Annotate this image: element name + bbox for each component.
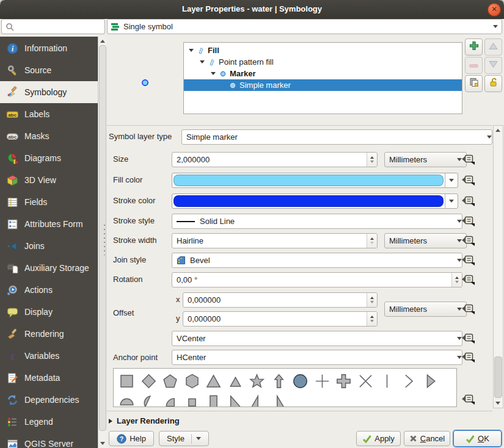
move-layer-down-button[interactable] bbox=[484, 57, 502, 74]
expander-down-icon[interactable] bbox=[189, 49, 194, 52]
join-style-combo[interactable]: Bevel bbox=[172, 253, 462, 268]
sidebar-item-actions[interactable]: Actions bbox=[0, 279, 98, 301]
offset-override-button[interactable] bbox=[461, 303, 475, 315]
offset-x-stepper[interactable] bbox=[367, 293, 377, 307]
sidebar-item-information[interactable]: i Information bbox=[0, 37, 98, 59]
sidebar-item-diagrams[interactable]: Diagrams bbox=[0, 147, 98, 169]
diagonal-half-square-shape[interactable] bbox=[225, 391, 247, 407]
diamond-shape[interactable] bbox=[138, 370, 160, 391]
stroke-width-unit-combo[interactable]: Millimeters bbox=[384, 233, 467, 248]
square-shape[interactable] bbox=[116, 370, 138, 391]
style-button[interactable]: Style bbox=[159, 431, 209, 446]
star-shape[interactable] bbox=[246, 370, 268, 391]
cross-fill-shape[interactable] bbox=[333, 370, 355, 391]
sidebar-item-legend[interactable]: Legend bbox=[0, 411, 98, 433]
sidebar-item-auxiliary-storage[interactable]: Auxiliary Storage bbox=[0, 257, 98, 279]
size-unit-combo[interactable]: Millimeters bbox=[384, 152, 467, 167]
properties-scrollbar-thumb[interactable] bbox=[494, 356, 502, 398]
join-style-override-button[interactable] bbox=[461, 254, 475, 266]
expander-down-icon[interactable] bbox=[211, 72, 216, 75]
filled-arrowhead-shape[interactable] bbox=[420, 370, 442, 391]
anchor-horizontal-override-button[interactable] bbox=[461, 351, 475, 363]
cross-shape[interactable] bbox=[312, 370, 334, 391]
anchor-vertical-combo[interactable]: VCenter bbox=[172, 331, 462, 346]
apply-button[interactable]: Apply bbox=[356, 431, 401, 446]
stroke-color-dropdown[interactable] bbox=[445, 194, 458, 208]
tree-row-fill[interactable]: Fill bbox=[184, 45, 462, 56]
right-half-triangle-shape[interactable] bbox=[246, 391, 268, 407]
half-square-shape[interactable] bbox=[203, 391, 225, 407]
size-override-button[interactable] bbox=[461, 153, 475, 165]
sidebar-item-joins[interactable]: Joins bbox=[0, 235, 98, 257]
stroke-style-override-button[interactable] bbox=[461, 215, 475, 227]
sidebar-item-fields[interactable]: Fields bbox=[0, 191, 98, 213]
anchor-vertical-override-button[interactable] bbox=[461, 332, 475, 344]
tree-row-marker[interactable]: Marker bbox=[184, 68, 462, 79]
help-button[interactable]: ? Help bbox=[109, 431, 154, 446]
sidebar-item-symbology[interactable]: Symbology bbox=[0, 81, 98, 103]
splitter-handle[interactable] bbox=[104, 225, 105, 255]
quarter-circle-shape[interactable] bbox=[159, 391, 181, 407]
semi-circle-shape[interactable] bbox=[116, 391, 138, 407]
equilateral-triangle-shape[interactable] bbox=[225, 370, 247, 391]
scroll-down-icon[interactable] bbox=[100, 442, 105, 445]
move-layer-up-button[interactable] bbox=[484, 38, 502, 56]
properties-scrollbar[interactable] bbox=[493, 125, 503, 408]
size-input[interactable]: 2,000000 bbox=[172, 152, 378, 167]
add-symbol-layer-button[interactable] bbox=[465, 38, 483, 56]
line-shape[interactable] bbox=[376, 370, 398, 391]
sidebar-scrollbar-thumb[interactable] bbox=[99, 45, 106, 431]
search-input[interactable] bbox=[1, 19, 105, 34]
sidebar-item-source[interactable]: Source bbox=[0, 59, 98, 81]
circle-shape[interactable] bbox=[290, 370, 312, 391]
sidebar-item-dependencies[interactable]: Dependencies bbox=[0, 389, 98, 411]
pentagon-shape[interactable] bbox=[159, 370, 181, 391]
quarter-square-shape[interactable] bbox=[181, 391, 203, 407]
expander-down-icon[interactable] bbox=[200, 60, 205, 63]
stroke-width-input[interactable]: Hairline bbox=[172, 233, 378, 248]
layer-rendering-group[interactable]: Layer Rendering bbox=[109, 416, 180, 425]
stroke-style-combo[interactable]: Solid Line bbox=[172, 214, 462, 229]
stroke-color-button[interactable] bbox=[172, 193, 458, 209]
size-stepper[interactable] bbox=[367, 153, 377, 167]
stroke-width-stepper[interactable] bbox=[367, 234, 377, 248]
sidebar-item-attributes-form[interactable]: Attributes Form bbox=[0, 213, 98, 235]
left-half-triangle-shape[interactable] bbox=[268, 391, 290, 407]
cancel-button[interactable]: Cancel bbox=[404, 431, 450, 446]
third-circle-shape[interactable] bbox=[138, 391, 160, 407]
symbol-layer-type-combo[interactable]: Simple marker bbox=[181, 129, 492, 145]
remove-symbol-layer-button[interactable] bbox=[465, 57, 483, 74]
duplicate-layer-button[interactable] bbox=[465, 75, 483, 92]
triangle-shape[interactable] bbox=[203, 370, 225, 391]
scroll-down-icon[interactable] bbox=[495, 402, 500, 405]
close-icon[interactable]: ✕ bbox=[488, 3, 501, 16]
sidebar-item-labels[interactable]: abc Labels bbox=[0, 103, 98, 125]
tree-row-simple-marker[interactable]: Simple marker bbox=[184, 79, 462, 91]
sidebar-item-rendering[interactable]: Rendering bbox=[0, 323, 98, 345]
title-bar[interactable]: Layer Properties - water | Symbology ✕ bbox=[0, 0, 504, 19]
ok-button[interactable]: OK bbox=[453, 430, 502, 447]
stroke-width-override-button[interactable] bbox=[461, 234, 475, 247]
arrowhead-shape[interactable] bbox=[398, 370, 420, 391]
rotation-input[interactable]: 0,00 ° bbox=[172, 272, 462, 287]
sidebar-item-display[interactable]: Display bbox=[0, 301, 98, 323]
rotation-override-button[interactable] bbox=[461, 273, 475, 286]
sidebar-item-metadata[interactable]: Metadata bbox=[0, 367, 98, 389]
scroll-up-icon[interactable] bbox=[495, 129, 500, 132]
stroke-color-override-button[interactable] bbox=[461, 195, 475, 207]
cross2-shape[interactable] bbox=[355, 370, 377, 391]
sidebar-item-3d-view[interactable]: 3D View bbox=[0, 169, 98, 191]
fill-color-button[interactable] bbox=[172, 173, 458, 188]
sidebar-item-variables[interactable]: ε Variables bbox=[0, 345, 98, 367]
lock-color-button[interactable] bbox=[484, 75, 502, 92]
fill-color-override-button[interactable] bbox=[461, 174, 475, 186]
sidebar-item-masks[interactable]: abc Masks bbox=[0, 125, 98, 147]
shape-override-button[interactable] bbox=[461, 393, 475, 405]
offset-unit-combo[interactable]: Millimeters bbox=[384, 302, 467, 317]
offset-y-input[interactable]: 0,000000 bbox=[183, 311, 378, 327]
offset-y-stepper[interactable] bbox=[367, 312, 377, 326]
anchor-horizontal-combo[interactable]: HCenter bbox=[172, 350, 462, 365]
tree-row-point-pattern-fill[interactable]: Point pattern fill bbox=[184, 56, 462, 68]
fill-color-dropdown[interactable] bbox=[445, 173, 458, 187]
offset-x-input[interactable]: 0,000000 bbox=[183, 292, 378, 308]
